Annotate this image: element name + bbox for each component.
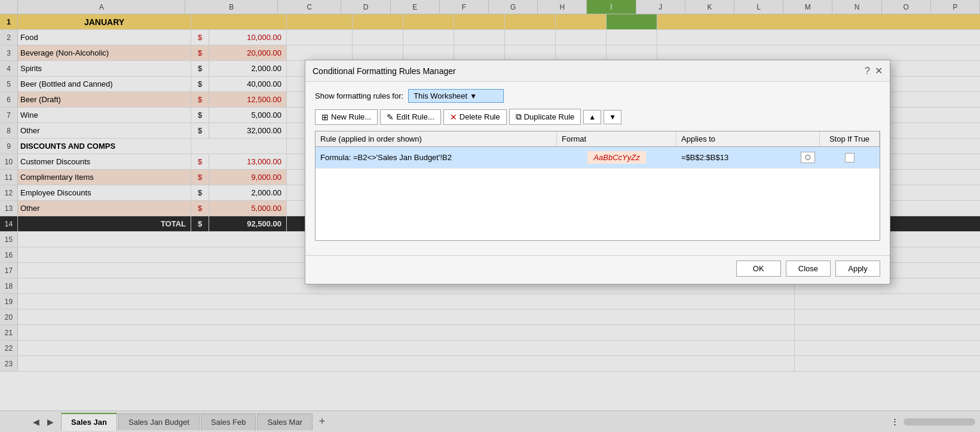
help-icon[interactable]: ?: [865, 66, 870, 76]
move-down-button[interactable]: ▼: [604, 110, 621, 124]
dropdown-icon: ▼: [470, 92, 477, 100]
modal-title-controls: ? ✕: [865, 65, 883, 76]
modal-overlay: Conditional Formatting Rules Manager ? ✕…: [0, 0, 980, 432]
rule-stop-if-true: [820, 153, 880, 163]
format-sample: AaBbCcYyZz: [587, 151, 645, 164]
show-rules-label: Show formatting rules for:: [315, 91, 403, 100]
duplicate-rule-button[interactable]: ⧉ Duplicate Rule: [509, 109, 581, 125]
delete-rule-label: Delete Rule: [460, 112, 500, 121]
close-button[interactable]: ✕: [875, 65, 883, 76]
stop-if-true-checkbox[interactable]: [845, 153, 855, 163]
rule-format-preview: AaBbCcYyZz: [557, 149, 676, 166]
col-header-rule: Rule (applied in order shown): [316, 131, 557, 146]
edit-rule-button[interactable]: ✎ Edit Rule...: [380, 109, 441, 125]
col-header-applies: Applies to: [676, 131, 820, 146]
edit-rule-icon: ✎: [387, 112, 394, 122]
delete-rule-button[interactable]: ✕ Delete Rule: [443, 109, 507, 125]
apply-button[interactable]: Apply: [835, 261, 880, 277]
toolbar-row: ⊞ New Rule... ✎ Edit Rule... ✕ Delete Ru…: [315, 109, 880, 125]
collapse-applies-button[interactable]: ⬡: [801, 152, 815, 163]
col-header-stop: Stop If True: [820, 131, 880, 146]
modal-title: Conditional Formatting Rules Manager: [313, 66, 456, 76]
ok-button[interactable]: OK: [736, 261, 781, 277]
modal-body: Show formatting rules for: This Workshee…: [305, 82, 890, 255]
rules-empty-area: [316, 168, 880, 240]
duplicate-icon: ⧉: [516, 112, 522, 122]
show-rules-value: This Worksheet: [414, 91, 467, 100]
applies-to-value: =$B$2:$B$13: [681, 153, 728, 162]
new-rule-button[interactable]: ⊞ New Rule...: [315, 109, 378, 125]
show-rules-select[interactable]: This Worksheet ▼: [408, 89, 504, 103]
new-rule-label: New Rule...: [331, 112, 371, 121]
close-dialog-button[interactable]: Close: [786, 261, 831, 277]
delete-icon: ✕: [450, 112, 457, 122]
duplicate-rule-label: Duplicate Rule: [524, 112, 575, 121]
rules-table-header: Rule (applied in order shown) Format App…: [316, 131, 880, 147]
move-up-button[interactable]: ▲: [583, 110, 601, 124]
col-header-format: Format: [557, 131, 676, 146]
rules-table: Rule (applied in order shown) Format App…: [315, 131, 880, 241]
conditional-formatting-dialog: Conditional Formatting Rules Manager ? ✕…: [305, 60, 890, 284]
list-item[interactable]: Formula: =B2<>'Sales Jan Budget'!B2 AaBb…: [316, 147, 880, 168]
modal-titlebar: Conditional Formatting Rules Manager ? ✕: [305, 60, 890, 82]
rule-applies-to: =$B$2:$B$13 ⬡: [676, 149, 820, 166]
modal-footer: OK Close Apply: [305, 255, 890, 284]
show-rules-row: Show formatting rules for: This Workshee…: [315, 89, 880, 103]
rule-formula: Formula: =B2<>'Sales Jan Budget'!B2: [316, 151, 557, 164]
collapse-icon: ⬡: [805, 154, 811, 161]
new-rule-icon: ⊞: [321, 112, 329, 122]
edit-rule-label: Edit Rule...: [396, 112, 434, 121]
